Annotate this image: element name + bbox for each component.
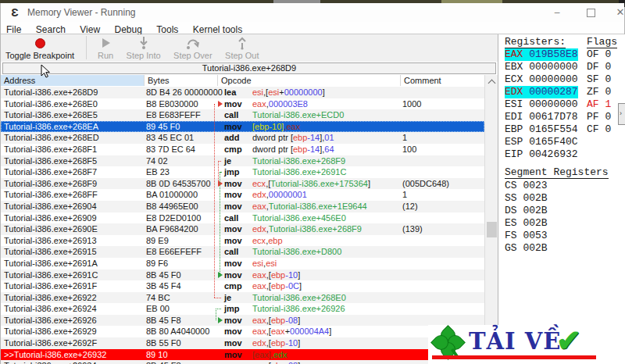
bytes-cell: 89 10 <box>146 349 168 361</box>
register-row[interactable]: EIP 00426932 <box>505 148 578 161</box>
operands-cell: ecx,ebp <box>252 235 283 247</box>
run-play-icon <box>98 36 113 50</box>
disasm-row[interactable]: Tutorial-i386.exe+268EA89 45 F0mov[ebp-1… <box>1 121 484 133</box>
segment-register-row[interactable]: ES 002B <box>505 217 548 230</box>
operand-segment: esi <box>252 87 263 97</box>
disasm-row[interactable]: Tutorial-i386.exe+26904B8 44965E00moveax… <box>1 201 484 212</box>
register-row[interactable]: EDX 00000287 <box>505 86 578 98</box>
vertical-scrollbar[interactable] <box>484 75 498 364</box>
segment-register-row[interactable]: SS 002B <box>505 192 548 205</box>
register-row[interactable]: EAX 019B58E8 <box>505 48 578 61</box>
register-value: 00617D78 <box>529 111 577 123</box>
register-name: EBX <box>505 61 523 73</box>
flag-row[interactable]: ZF 0 <box>587 86 611 98</box>
disasm-row[interactable]: Tutorial-i386.exe+269298B 80 A4040000mov… <box>1 326 484 337</box>
disasm-row[interactable]: Tutorial-i386.exe+268F98B 0D 64535700mov… <box>1 178 484 190</box>
mnemonic-cell: jmp <box>224 303 240 315</box>
disasm-row[interactable]: Tutorial-i386.exe+268E5E8 E683FEFFcallTu… <box>1 109 484 121</box>
register-name: EDI <box>505 111 523 123</box>
header-address[interactable]: Address <box>1 75 145 86</box>
segment-register-row[interactable]: FS 0053 <box>505 230 548 242</box>
disasm-row[interactable]: Tutorial-i386.exe+269348B 45 F8moveax,[e… <box>1 360 484 364</box>
flag-row[interactable]: AF 1 <box>587 98 611 111</box>
bytes-cell: 83 45 EC 01 <box>146 132 194 144</box>
step-out-button[interactable]: Step Out <box>220 34 263 60</box>
bytes-cell: 8B 45 F8 <box>146 360 181 364</box>
disasm-row[interactable]: Tutorial-i386.exe+26909E8 D2ED0100callTu… <box>1 212 484 224</box>
toggle-breakpoint-button[interactable]: Toggle Breakpoint <box>1 34 79 60</box>
disasm-row[interactable]: Tutorial-i386.exe+268F7EB 23jmpTutorial-… <box>1 166 484 178</box>
segment-register-row[interactable]: CS 0023 <box>505 180 548 192</box>
mnemonic-cell: call <box>224 109 238 121</box>
header-comment[interactable]: Comment <box>401 75 487 86</box>
close-button[interactable]: ✕ <box>609 5 625 20</box>
bytes-cell: 3B 45 F4 <box>146 280 181 292</box>
disasm-row[interactable]: Tutorial-i386.exe+268F574 02jeTutorial-i… <box>1 155 484 167</box>
register-row[interactable]: EBX 00000000 <box>505 61 578 73</box>
panel-expand-button[interactable]: › <box>618 103 625 125</box>
address-cell: Tutorial-i386.exe+268F7 <box>4 166 97 178</box>
flag-row[interactable]: OF 0 <box>587 48 611 61</box>
bytes-cell: 74 BC <box>146 292 170 304</box>
operands-cell: dword ptr [ebp-14],01 <box>252 132 334 144</box>
register-row[interactable]: EBP 0165F554 <box>505 123 578 136</box>
minimize-button[interactable]: – <box>545 5 569 20</box>
disasm-row[interactable]: Tutorial-i386.exe+2692274 BCjeTutorial-i… <box>1 292 484 304</box>
disasm-row[interactable]: Tutorial-i386.exe+2691A89 F6movesi,esi <box>1 258 484 269</box>
scrollbar-thumb[interactable] <box>487 222 497 237</box>
address-cell: Tutorial-i386.exe+26904 <box>4 201 97 212</box>
register-row[interactable]: ESI 00000000 <box>505 98 578 111</box>
current-address-bar[interactable]: Tutorial-i386.exe+268D9 <box>2 62 496 74</box>
register-row[interactable]: EDI 00617D78 <box>505 111 578 123</box>
disasm-row[interactable]: Tutorial-i386.exe+26915E8 E66EFEFFcallTu… <box>1 246 484 258</box>
register-row[interactable]: ESP 0165F40C <box>505 136 578 148</box>
disasm-row[interactable]: Tutorial-i386.exe+2692F8B 55 F0movedx,[e… <box>1 337 484 349</box>
bytes-cell: EB 23 <box>146 166 170 178</box>
bytes-cell: BA 01000000 <box>146 189 198 201</box>
disasm-row[interactable]: Tutorial-i386.exe+268F183 7D EC 64cmpdwo… <box>1 144 484 155</box>
operand-segment: ebp <box>271 316 285 325</box>
flag-row[interactable]: PF 0 <box>587 111 611 123</box>
address-cell: Tutorial-i386.exe+26909 <box>4 212 97 224</box>
comment-cell: 1 <box>402 132 407 144</box>
operand-segment: eax <box>252 281 266 291</box>
operands-cell: eax,[ebp-08] <box>252 315 300 327</box>
disasm-row[interactable]: >>Tutorial-i386.exe+2693289 10mov[eax],e… <box>1 349 484 361</box>
maximize-button[interactable] <box>579 5 602 20</box>
disasm-row[interactable]: Tutorial-i386.exe+268E0B8 E8030000moveax… <box>1 98 484 110</box>
disasm-row[interactable]: Tutorial-i386.exe+268ED83 45 EC 01adddwo… <box>1 132 484 144</box>
bytes-cell: BA F9684200 <box>146 223 198 235</box>
disasm-row[interactable]: Tutorial-i386.exe+2691389 E9movecx,ebp <box>1 235 484 247</box>
step-over-button[interactable]: Step Over <box>169 34 217 60</box>
operand-segment: Tutorial-i386.exe+26926 <box>252 304 345 313</box>
run-button[interactable]: Run <box>93 34 118 60</box>
flag-row[interactable]: CF 0 <box>587 123 611 136</box>
segment-register-row[interactable]: DS 002B <box>505 205 548 217</box>
header-opcode[interactable]: Opcode <box>218 75 401 86</box>
disasm-row[interactable]: Tutorial-i386.exe+269268B 45 F8moveax,[e… <box>1 315 484 327</box>
flag-row[interactable]: SF 0 <box>587 73 611 86</box>
register-name: EDX <box>505 86 523 98</box>
disasm-row[interactable]: Tutorial-i386.exe+2690EBA F9684200movedx… <box>1 223 484 235</box>
operand-segment: -08 <box>285 361 298 364</box>
address-cell: Tutorial-i386.exe+268D9 <box>4 87 98 98</box>
operands-cell: esi,esi <box>252 258 277 269</box>
register-row[interactable]: ECX 00000000 <box>505 73 578 86</box>
operand-segment: ] <box>323 87 325 97</box>
flag-row[interactable]: DF 0 <box>587 61 611 73</box>
bytes-cell: 74 02 <box>146 155 168 167</box>
operand-segment: -14 <box>307 145 320 154</box>
segment-register-row[interactable]: GS 002B <box>505 242 548 255</box>
header-bytes[interactable]: Bytes <box>145 75 218 86</box>
disasm-row[interactable]: Tutorial-i386.exe+268D98D B4 26 00000000… <box>1 87 484 98</box>
bytes-cell: 8B 80 A4040000 <box>146 326 209 337</box>
operand-segment: esi <box>268 87 279 97</box>
disassembly-header: Address Bytes Opcode Comment <box>1 75 484 87</box>
step-into-button[interactable]: Step Into <box>122 34 166 60</box>
disasm-row[interactable]: Tutorial-i386.exe+2691C8B 45 F0moveax,[e… <box>1 269 484 281</box>
operand-segment: eax <box>252 327 266 336</box>
disasm-row[interactable]: Tutorial-i386.exe+2691F3B 45 F4cmpeax,[e… <box>1 280 484 292</box>
disasm-row[interactable]: Tutorial-i386.exe+26924EB 00jmpTutorial-… <box>1 303 484 315</box>
disasm-row[interactable]: Tutorial-i386.exe+268FFBA 01000000movedx… <box>1 189 484 201</box>
scrollbar-up-icon[interactable] <box>485 75 498 87</box>
